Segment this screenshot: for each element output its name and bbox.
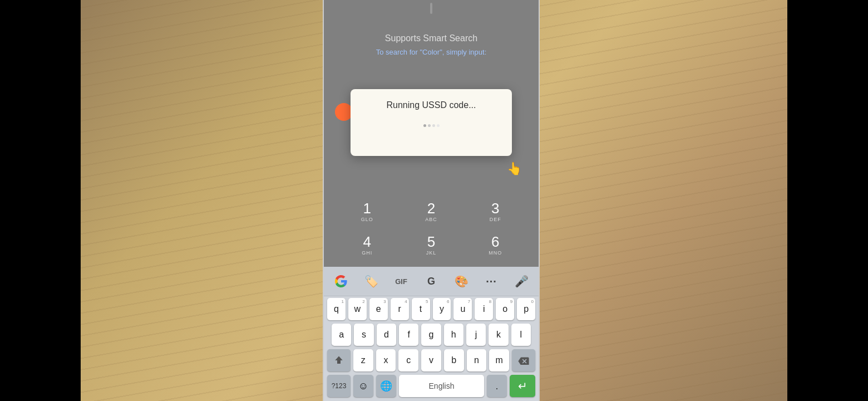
loading-spinner — [423, 124, 440, 127]
google-icon — [334, 275, 348, 288]
key-y-num: 6 — [447, 299, 449, 304]
sticker-icon: 🏷️ — [364, 275, 378, 288]
more-button[interactable]: ··· — [481, 271, 501, 291]
emoji-key[interactable]: ☺ — [353, 375, 373, 397]
key-a[interactable]: a — [332, 324, 351, 346]
numpad-key-3[interactable]: 3 DEF — [473, 195, 517, 228]
key-v[interactable]: v — [421, 349, 441, 371]
numpad-digit-3: 3 — [491, 201, 499, 216]
smart-search-highlight: Color — [422, 48, 440, 56]
sticker-button[interactable]: 🏷️ — [361, 271, 381, 291]
mic-button[interactable]: 🎤 — [511, 271, 531, 291]
key-k[interactable]: k — [489, 324, 508, 346]
key-u-num: 7 — [468, 299, 470, 304]
numpad-key-4[interactable]: 4 GHI — [345, 228, 389, 262]
key-e[interactable]: e3 — [369, 298, 388, 320]
translate-button[interactable]: G — [421, 271, 441, 291]
numpad-digit-2: 2 — [427, 201, 435, 216]
spacebar-key[interactable]: English — [399, 375, 484, 397]
key-t-num: 5 — [426, 299, 428, 304]
numpad-digit-5: 5 — [427, 234, 435, 249]
key-p[interactable]: p0 — [517, 298, 535, 320]
num-switch-key[interactable]: ?123 — [327, 375, 351, 397]
google-button[interactable] — [331, 271, 351, 291]
loading-dots — [423, 124, 440, 127]
mic-icon: 🎤 — [515, 275, 529, 288]
smart-search-area: Supports Smart Search To search for "Col… — [324, 17, 539, 62]
key-u[interactable]: u7 — [453, 298, 472, 320]
key-t[interactable]: t5 — [412, 298, 430, 320]
phone-notch — [430, 3, 432, 14]
spinner-dot-3 — [432, 124, 435, 127]
globe-icon: 🌐 — [380, 380, 392, 392]
key-o-num: 9 — [510, 299, 512, 304]
key-o[interactable]: o9 — [496, 298, 514, 320]
numpad-letters-1: GLO — [361, 217, 373, 222]
numpad-digit-4: 4 — [363, 234, 371, 249]
key-r-num: 4 — [405, 299, 407, 304]
period-label: . — [495, 380, 498, 392]
black-right-bar — [787, 0, 868, 401]
numpad-row-2: 4 GHI 5 JKL 6 MNO — [335, 228, 527, 262]
emoji-icon: ☺ — [358, 380, 368, 392]
key-l[interactable]: l — [511, 324, 531, 346]
enter-icon: ↵ — [518, 379, 527, 393]
smart-search-prefix: To search for " — [376, 48, 422, 56]
smart-search-suffix: ", simply input: — [440, 48, 486, 56]
key-p-num: 0 — [531, 299, 534, 304]
key-i[interactable]: i8 — [475, 298, 493, 320]
numpad-letters-3: DEF — [490, 217, 501, 222]
globe-key[interactable]: 🌐 — [376, 375, 396, 397]
numpad-area: 1 GLO 2 ABC 3 DEF 4 GHI 5 — [324, 195, 539, 262]
gif-icon: GIF — [395, 277, 407, 286]
key-f[interactable]: f — [399, 324, 418, 346]
keyboard-row-4: ?123 ☺ 🌐 English . ↵ — [324, 373, 539, 399]
key-y[interactable]: y6 — [433, 298, 451, 320]
key-x[interactable]: x — [376, 349, 396, 371]
num-switch-label: ?123 — [332, 382, 347, 390]
keyboard-row-1: q1 w2 e3 r4 t5 y6 u7 i8 o9 p0 — [324, 296, 539, 322]
key-b[interactable]: b — [444, 349, 464, 371]
spinner-dot-1 — [423, 124, 426, 127]
spinner-dot-2 — [428, 124, 431, 127]
phone-top-bar — [324, 0, 539, 17]
numpad-key-1[interactable]: 1 GLO — [345, 195, 389, 228]
key-s[interactable]: s — [354, 324, 373, 346]
key-w[interactable]: w2 — [348, 298, 367, 320]
numpad-letters-4: GHI — [362, 250, 372, 256]
key-j[interactable]: j — [466, 324, 486, 346]
ussd-dialog-title: Running USSD code... — [362, 100, 501, 110]
phone-content: Supports Smart Search To search for "Col… — [324, 17, 539, 401]
gif-button[interactable]: GIF — [391, 271, 411, 291]
numpad-key-2[interactable]: 2 ABC — [409, 195, 453, 228]
spacebar-label: English — [429, 382, 455, 390]
keyboard-area: 🏷️ GIF G 🎨 ··· — [324, 267, 539, 401]
numpad-key-6[interactable]: 6 MNO — [473, 228, 517, 262]
key-i-num: 8 — [489, 299, 491, 304]
keyboard-row-3: z x c v b n m — [324, 348, 539, 373]
key-q[interactable]: q1 — [327, 298, 346, 320]
palette-button[interactable]: 🎨 — [451, 271, 471, 291]
key-w-num: 2 — [362, 299, 364, 304]
key-c[interactable]: c — [398, 349, 418, 371]
shift-icon — [334, 355, 344, 365]
spinner-dot-4 — [437, 124, 440, 127]
key-d[interactable]: d — [377, 324, 396, 346]
backspace-icon — [518, 356, 529, 365]
period-key[interactable]: . — [487, 375, 507, 397]
keyboard-toolbar: 🏷️ GIF G 🎨 ··· — [324, 267, 539, 296]
backspace-key[interactable] — [512, 349, 535, 371]
numpad-key-5[interactable]: 5 JKL — [409, 228, 453, 262]
numpad-letters-2: ABC — [425, 217, 437, 222]
enter-key[interactable]: ↵ — [510, 375, 535, 397]
ussd-dialog: Running USSD code... — [351, 89, 512, 156]
numpad-letters-5: JKL — [426, 250, 437, 256]
phone-frame: Supports Smart Search To search for "Col… — [323, 0, 540, 401]
key-r[interactable]: r4 — [391, 298, 409, 320]
shift-key[interactable] — [327, 349, 351, 371]
key-n[interactable]: n — [467, 349, 487, 371]
key-z[interactable]: z — [353, 349, 373, 371]
key-g[interactable]: g — [421, 324, 441, 346]
key-m[interactable]: m — [489, 349, 509, 371]
key-h[interactable]: h — [444, 324, 463, 346]
